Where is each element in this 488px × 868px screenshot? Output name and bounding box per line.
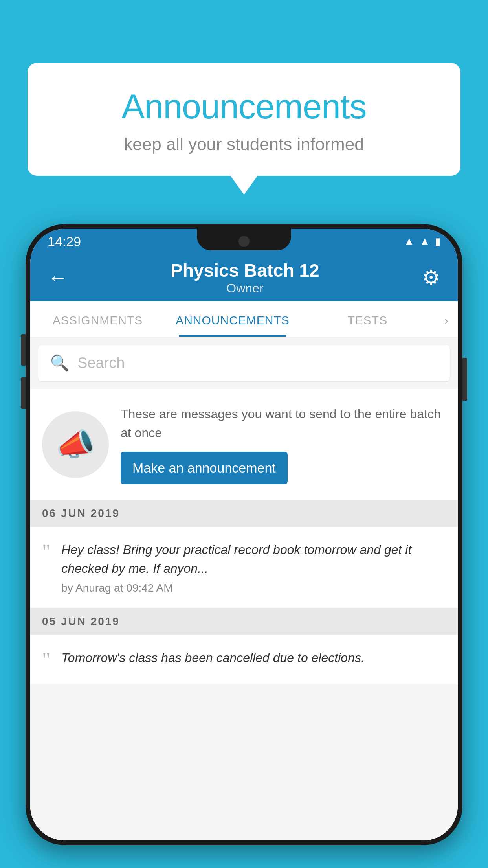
promo-icon-circle: 📣 (42, 411, 109, 478)
announcement-item-2[interactable]: " Tomorrow's class has been cancelled du… (30, 635, 458, 684)
vol-down-button (21, 377, 26, 409)
quote-icon-1: " (42, 542, 50, 562)
battery-icon: ▮ (435, 235, 440, 248)
tabs-bar: ASSIGNMENTS ANNOUNCEMENTS TESTS › (30, 301, 458, 337)
announcement-content-2: Tomorrow's class has been cancelled due … (61, 648, 446, 671)
camera (238, 236, 250, 247)
app-header: ← Physics Batch 12 Owner ⚙ (30, 254, 458, 301)
tab-more[interactable]: › (435, 301, 458, 337)
settings-icon[interactable]: ⚙ (422, 266, 440, 289)
bubble-subtitle: keep all your students informed (47, 134, 441, 154)
megaphone-icon: 📣 (56, 426, 95, 463)
wifi-icon: ▲ (404, 235, 415, 248)
power-button (462, 358, 467, 401)
speech-bubble-card: Announcements keep all your students inf… (28, 63, 460, 176)
search-input[interactable]: Search (77, 355, 125, 371)
announcement-text-2: Tomorrow's class has been cancelled due … (61, 648, 446, 667)
date-separator-2: 05 JUN 2019 (30, 608, 458, 635)
tab-announcements[interactable]: ANNOUNCEMENTS (165, 301, 300, 337)
make-announcement-button[interactable]: Make an announcement (121, 452, 288, 484)
quote-icon-2: " (42, 650, 50, 670)
header-center: Physics Batch 12 Owner (171, 260, 319, 296)
header-subtitle: Owner (171, 281, 319, 296)
search-bar[interactable]: 🔍 Search (38, 345, 450, 381)
announcement-meta-1: by Anurag at 09:42 AM (61, 582, 446, 594)
phone-outer: 14:29 ▲ ▲ ▮ ← Physics Batch 12 Owner ⚙ A… (26, 224, 462, 845)
tab-tests[interactable]: TESTS (300, 301, 435, 337)
announcement-item-1[interactable]: " Hey class! Bring your practical record… (30, 527, 458, 608)
date-separator-1: 06 JUN 2019 (30, 500, 458, 527)
vol-up-button (21, 334, 26, 366)
header-title: Physics Batch 12 (171, 260, 319, 281)
status-icons: ▲ ▲ ▮ (404, 235, 440, 248)
phone-container: 14:29 ▲ ▲ ▮ ← Physics Batch 12 Owner ⚙ A… (26, 224, 462, 868)
promo-right: These are messages you want to send to t… (121, 405, 446, 484)
back-button[interactable]: ← (48, 267, 68, 288)
phone-notch (197, 229, 291, 250)
content-area: 🔍 Search 📣 These are messages you want t… (30, 337, 458, 840)
status-time: 14:29 (48, 234, 81, 249)
signal-icon: ▲ (419, 235, 430, 248)
promo-description: These are messages you want to send to t… (121, 405, 446, 442)
search-icon: 🔍 (50, 354, 70, 372)
announcement-text-1: Hey class! Bring your practical record b… (61, 540, 446, 578)
announcement-content-1: Hey class! Bring your practical record b… (61, 540, 446, 594)
bubble-title: Announcements (47, 86, 441, 127)
promo-card: 📣 These are messages you want to send to… (30, 389, 458, 500)
phone-screen: 14:29 ▲ ▲ ▮ ← Physics Batch 12 Owner ⚙ A… (30, 229, 458, 840)
tab-assignments[interactable]: ASSIGNMENTS (30, 301, 165, 337)
